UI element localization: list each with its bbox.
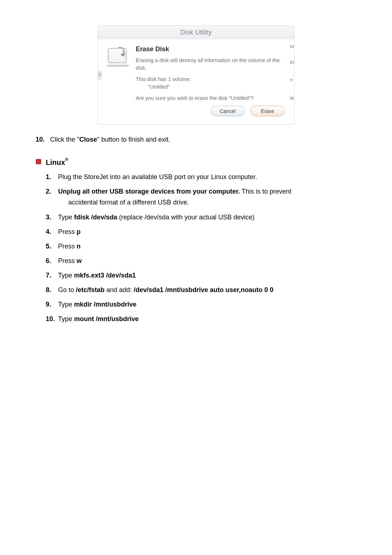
step-text: Plug the StoreJet into an available USB … xyxy=(58,172,356,182)
step-num: 8. xyxy=(46,285,58,295)
list-item: 2.Unplug all other USB storage devices f… xyxy=(46,187,356,207)
step-num: 3. xyxy=(46,212,58,222)
dialog-msg-2: This disk has 1 volume: "Untitled" xyxy=(136,76,285,91)
dialog-icon-col xyxy=(105,44,131,116)
step-text: Type mount /mnt/usbdrive xyxy=(58,314,356,324)
cancel-button[interactable]: Cancel xyxy=(211,106,245,116)
registered-mark: ® xyxy=(65,157,68,163)
step-num: 4. xyxy=(46,227,58,236)
step-10-close: 10. Click the "Close" button to finish a… xyxy=(36,135,356,144)
step-text: Press w xyxy=(58,256,356,266)
step-text: Press n xyxy=(58,242,356,251)
step-num: 1. xyxy=(46,172,58,182)
step-num: 10. xyxy=(46,314,58,324)
step-text: Type fdisk /dev/sda (replace /dev/sda wi… xyxy=(58,212,356,222)
dialog-buttons: Cancel Erase xyxy=(136,106,285,116)
list-item: 3.Type fdisk /dev/sda (replace /dev/sda … xyxy=(46,212,356,222)
list-item: 9.Type mkdir /mnt/usbdrive xyxy=(46,300,356,309)
list-item: 5.Press n xyxy=(46,242,356,251)
list-item: 8.Go to /etc/fstab and add: /dev/sda1 /m… xyxy=(46,285,356,295)
figure-wrap: Disk Utility S to tri n la Erase Disk Er xyxy=(36,25,356,125)
step-num: 5. xyxy=(46,242,58,251)
linux-title: Linux® xyxy=(46,157,68,168)
dialog-msg-2-line1: This disk has 1 volume: xyxy=(136,76,191,82)
step-text: Press p xyxy=(58,227,356,236)
dialog-titlebar: Disk Utility xyxy=(98,26,294,39)
svg-rect-0 xyxy=(36,159,41,164)
step-num: 7. xyxy=(46,271,58,280)
step-text: Type mkfs.ext3 /dev/sda1 xyxy=(58,271,356,280)
step-num: 10. xyxy=(36,136,45,143)
bullet-icon xyxy=(36,159,41,165)
step-num: 2. xyxy=(46,187,58,207)
step-num: 9. xyxy=(46,300,58,309)
list-item: 7.Type mkfs.ext3 /dev/sda1 xyxy=(46,271,356,280)
dialog-msg-2-line2: "Untitled" xyxy=(136,84,170,90)
erase-button[interactable]: Erase xyxy=(250,106,285,116)
page: Disk Utility S to tri n la Erase Disk Er xyxy=(0,25,392,555)
step-text-bold: Close xyxy=(79,136,97,143)
step-text: Type mkdir /mnt/usbdrive xyxy=(58,300,356,309)
step-text-continuation: accidental format of a different USB dri… xyxy=(58,198,356,207)
list-item: 1.Plug the StoreJet into an available US… xyxy=(46,172,356,182)
erase-disk-icon xyxy=(106,46,129,68)
step-text: Unplug all other USB storage devices fro… xyxy=(58,187,356,207)
step-text: Go to /etc/fstab and add: /dev/sda1 /mnt… xyxy=(58,285,356,295)
dialog-message-col: Erase Disk Erasing a disk will destroy a… xyxy=(136,44,285,116)
dialog-body: Erase Disk Erasing a disk will destroy a… xyxy=(98,39,294,124)
step-text-post: " button to finish and exit. xyxy=(97,136,171,143)
content: 10. Click the "Close" button to finish a… xyxy=(36,135,356,324)
step-text-pre: Click the " xyxy=(50,136,79,143)
list-item: 6.Press w xyxy=(46,256,356,266)
dialog-msg-3: Are you sure you wish to erase the disk … xyxy=(136,94,285,102)
list-item: 10.Type mount /mnt/usbdrive xyxy=(46,314,356,324)
linux-steps-list: 1.Plug the StoreJet into an available US… xyxy=(46,172,356,324)
step-num: 6. xyxy=(46,256,58,266)
dialog-msg-1: Erasing a disk will destroy all informat… xyxy=(136,57,285,72)
list-item: 4.Press p xyxy=(46,227,356,236)
linux-title-text: Linux xyxy=(46,157,65,168)
linux-section-header: Linux® xyxy=(36,157,356,168)
erase-disk-dialog: Disk Utility S to tri n la Erase Disk Er xyxy=(98,25,294,125)
dialog-heading: Erase Disk xyxy=(136,44,285,54)
